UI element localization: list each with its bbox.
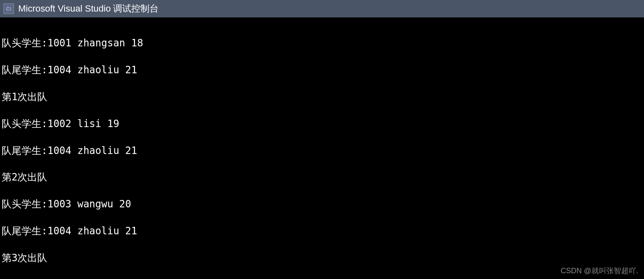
console-line: 队头学生:1003 wangwu 20 <box>2 197 642 211</box>
console-line: 第2次出队 <box>2 171 642 184</box>
console-line: 队尾学生:1004 zhaoliu 21 <box>2 224 642 238</box>
console-line: 队头学生:1002 lisi 19 <box>2 117 642 130</box>
title-bar: C:\ Microsoft Visual Studio 调试控制台 <box>0 0 644 17</box>
terminal-icon: C:\ <box>3 3 14 14</box>
console-output: 队头学生:1001 zhangsan 18 队尾学生:1004 zhaoliu … <box>0 17 644 279</box>
console-line: 第1次出队 <box>2 90 642 103</box>
console-line: 队尾学生:1004 zhaoliu 21 <box>2 144 642 157</box>
window-title: Microsoft Visual Studio 调试控制台 <box>18 2 159 15</box>
console-line: 队尾学生:1004 zhaoliu 21 <box>2 63 642 77</box>
console-line: 队头学生:1001 zhangsan 18 <box>2 36 642 50</box>
watermark: CSDN @就叫张智超吖. <box>561 266 638 276</box>
console-line: 第3次出队 <box>2 251 642 265</box>
